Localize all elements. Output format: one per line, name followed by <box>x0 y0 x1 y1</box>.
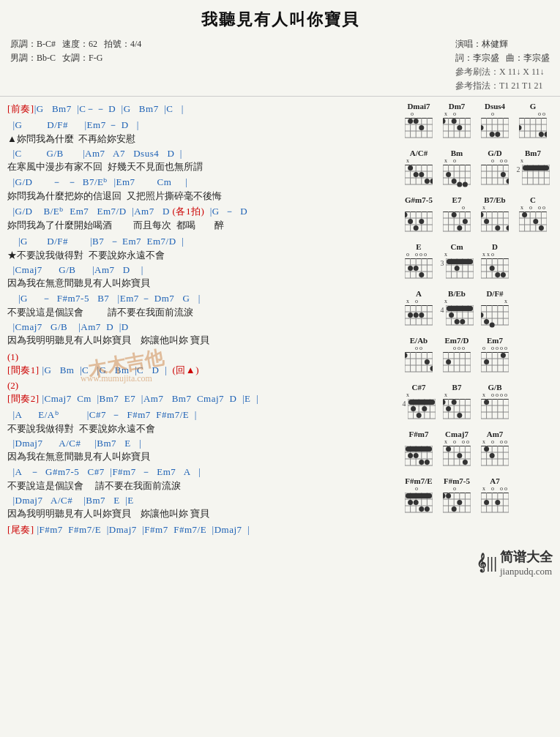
c1-lyric2: 因為我在無意間聽見有人叫妳寶貝 <box>7 277 392 290</box>
chord-e7: E7 o <box>440 195 474 238</box>
chord-row-5: A xo <box>402 289 554 332</box>
meta-gender-key: 男調：Bb-C 女調：F-G <box>10 52 141 64</box>
chord-cmaj7: Cmaj7 xooo <box>440 430 474 472</box>
chord-row-3: G#m7-5 <box>402 195 554 238</box>
chord-c#7: C#7 x 4 <box>402 383 436 425</box>
v2-chord2: |Dmaj7 A/C# |Bm7 E | <box>7 438 392 449</box>
svg-point-234 <box>484 319 489 324</box>
svg-point-91 <box>501 172 506 177</box>
meta-left: 原調：B-C# 速度：62 拍號：4/4 男調：Bb-C 女調：F-G <box>10 38 141 92</box>
chord-a7: A7 xooo <box>478 476 512 519</box>
svg-point-195 <box>501 272 506 277</box>
chord-b7eb: B7/Eb x <box>478 195 512 238</box>
v1-lyric3: 妳問我為什麼把妳的信退回 又把照片撕碎毫不後悔 <box>7 190 392 203</box>
interlude2-label: (2) <box>7 380 392 392</box>
svg-rect-282 <box>408 400 435 405</box>
performer-line: 演唱：林健輝 <box>455 38 550 50</box>
svg-point-12 <box>419 125 424 130</box>
svg-point-128 <box>452 212 457 217</box>
site-name: 简谱大全 <box>500 548 553 566</box>
svg-point-221 <box>454 319 459 324</box>
svg-point-362 <box>408 500 413 505</box>
svg-point-207 <box>414 313 419 318</box>
chord-em7d: Em7/D ooo <box>440 336 474 378</box>
svg-point-38 <box>495 132 500 137</box>
svg-point-169 <box>414 266 419 271</box>
svg-rect-361 <box>406 493 432 498</box>
svg-point-248 <box>430 366 433 371</box>
v1-chord2: |C G/B |Am7 A7 Dsus4 D | <box>7 148 392 160</box>
page-container: 我聽見有人叫你寶貝 原調：B-C# 速度：62 拍號：4/4 男調：Bb-C 女… <box>0 0 560 582</box>
svg-point-284 <box>422 406 427 411</box>
svg-point-376 <box>443 493 446 498</box>
svg-point-10 <box>408 119 413 124</box>
c1-chord4: |Cmaj7 G/B |Am7 D |D <box>7 321 392 333</box>
chord-row-9: F#m7/E o <box>402 476 554 519</box>
svg-point-233 <box>481 313 484 318</box>
v2-chord1: |A E/Aᵇ |C#7 － F#m7 F#m7/E | <box>7 408 392 422</box>
interlude1-line: [間奏1] |G Bm |C |G Bm |C D | (回▲) <box>7 364 392 377</box>
chord-dmai7: Dmai7 o <box>402 102 436 144</box>
svg-point-157 <box>539 225 544 231</box>
chord-row-8: F#m7 <box>402 430 554 472</box>
section-interlude1: (1) [間奏1] |G Bm |C |G Bm |C D | (回▲) <box>7 351 392 377</box>
v2-lyric1: 不要說我做得對 不要說妳永遠不會 <box>7 422 392 435</box>
svg-point-285 <box>416 413 421 418</box>
svg-point-144 <box>507 225 509 231</box>
svg-point-129 <box>463 219 468 224</box>
chord-cm: Cm x 3 <box>440 242 474 285</box>
svg-point-156 <box>533 219 538 224</box>
svg-point-143 <box>495 225 500 231</box>
c1-chord2: |Cmaj7 G/B |Am7 D | <box>7 264 392 276</box>
chord-ac#: A/C# x <box>402 149 436 191</box>
v2-lyric4: 因為我明明聽見有人叫妳寶貝 妳讓他叫妳 寶貝 <box>7 507 392 520</box>
outro-line: [尾奏] |F#m7 F#m7/E |Dmaj7 |F#m7 F#m7/E |D… <box>7 523 392 536</box>
chord-row-4: E oooo <box>402 242 554 285</box>
svg-point-220 <box>449 313 454 318</box>
chord-f#m7-5: F#m7-5 o <box>440 476 474 519</box>
svg-point-364 <box>419 506 424 512</box>
v2-chord3: |A － G#m7-5 C#7 |F#m7 － Em7 A | <box>7 465 392 479</box>
svg-point-350 <box>490 453 495 458</box>
svg-point-66 <box>430 179 433 184</box>
svg-point-206 <box>408 313 413 318</box>
svg-point-114 <box>405 212 408 217</box>
svg-point-325 <box>425 460 430 465</box>
svg-point-65 <box>425 179 430 184</box>
prelude-line: [前奏]|G Bm7 |C－－ D |G Bm7 |C | <box>7 102 392 116</box>
svg-point-365 <box>425 506 430 512</box>
svg-point-142 <box>484 219 489 224</box>
svg-point-25 <box>457 125 462 130</box>
svg-point-37 <box>490 132 495 137</box>
svg-point-79 <box>457 182 462 187</box>
chord-gd: G/D ooo <box>478 149 512 191</box>
c1-lyric4: 因為我明明聽見有人叫妳寶貝 妳讓他叫妳 寶貝 <box>7 334 392 347</box>
svg-point-246 <box>405 353 408 358</box>
svg-point-62 <box>408 165 413 171</box>
svg-point-322 <box>408 453 413 458</box>
svg-point-63 <box>414 172 419 177</box>
chord-bm: Bm xo <box>440 149 474 191</box>
v1-chord1: |G D/F# |Em7 － D | <box>7 119 392 132</box>
svg-point-78 <box>452 179 457 184</box>
section-interlude2: (2) [間奏2] |Cmaj7 Cm |Bm7 E7 |Am7 Bm7 Cma… <box>7 380 392 520</box>
svg-point-235 <box>490 323 495 328</box>
c1-lyric1: ★不要說我做得對 不要說妳永遠不會 <box>7 249 392 262</box>
svg-point-324 <box>419 460 424 465</box>
svg-point-247 <box>425 359 430 364</box>
interlude2-line: [間奏2] |Cmaj7 Cm |Bm7 E7 |Am7 Bm7 Cmaj7 D… <box>7 392 392 405</box>
v1-chord3: |G/D － － B7/Eᵇ |Em7 Cm | <box>7 176 392 189</box>
svg-point-208 <box>419 313 424 318</box>
svg-point-363 <box>414 500 419 505</box>
chord-f#m7e: F#m7/E o <box>402 476 436 519</box>
svg-point-141 <box>481 212 484 217</box>
svg-point-24 <box>452 119 457 124</box>
svg-point-391 <box>495 500 500 505</box>
chord-e: E oooo <box>402 242 436 285</box>
page-title: 我聽見有人叫你寶貝 <box>0 9 560 31</box>
chord-row-1: Dmai7 o <box>402 102 554 144</box>
chord-row-2: A/C# x <box>402 149 554 191</box>
v1-lyric4: 妳問我為了什麼開始喝酒 而且每次 都喝 醉 <box>7 219 392 232</box>
lyricist-composer-line: 詞：李宗盛 曲：李宗盛 <box>455 52 550 64</box>
svg-point-378 <box>457 500 462 505</box>
